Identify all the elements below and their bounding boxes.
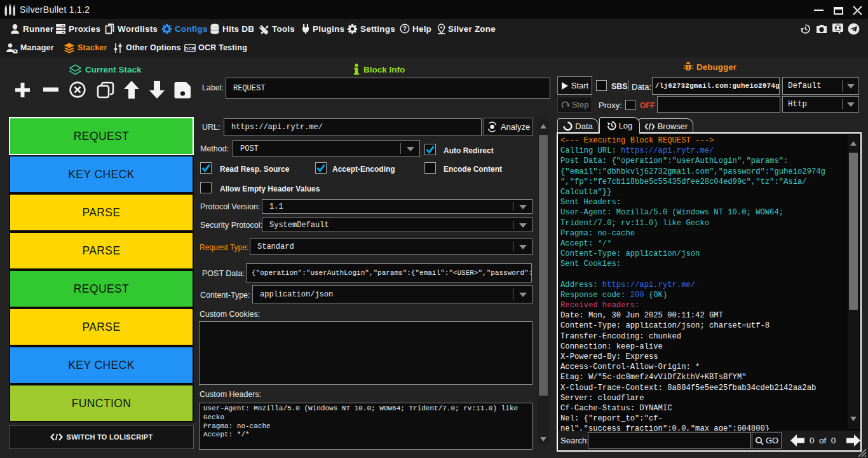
svg-text:?: ? bbox=[403, 25, 407, 32]
svg-text:OCR: OCR bbox=[184, 45, 196, 51]
